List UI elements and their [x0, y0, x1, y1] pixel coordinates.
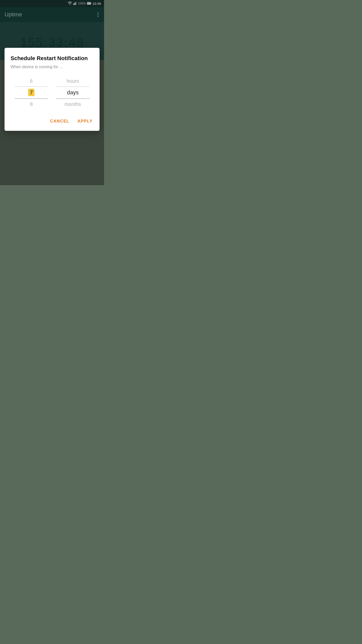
picker-container: 6 7 8 hours days months — [11, 76, 94, 109]
apply-button[interactable]: APPLY — [76, 117, 94, 126]
schedule-restart-dialog: Schedule Restart Notification When devic… — [5, 48, 100, 131]
picker-number-7-selected[interactable]: 7 — [11, 87, 52, 98]
dialog-actions: CANCEL APPLY — [11, 114, 94, 126]
picker-divider-top-right — [56, 87, 89, 87]
picker-unit-hours[interactable]: hours — [52, 76, 94, 86]
picker-unit-days-selected[interactable]: days — [52, 87, 94, 98]
picker-divider-top-left — [15, 87, 48, 87]
picker-unit-months[interactable]: months — [52, 99, 94, 109]
picker-number-8[interactable]: 8 — [11, 99, 52, 109]
cancel-button[interactable]: CANCEL — [49, 117, 70, 126]
picker-number-column[interactable]: 6 7 8 — [11, 76, 52, 109]
picker-divider-bottom-right — [56, 98, 89, 99]
dialog-title: Schedule Restart Notification — [11, 55, 94, 62]
dialog-subtitle: When device is running for … — [11, 65, 94, 69]
picker-unit-column[interactable]: hours days months — [52, 76, 94, 109]
picker-divider-bottom-left — [15, 98, 48, 99]
picker-number-6[interactable]: 6 — [11, 76, 52, 86]
